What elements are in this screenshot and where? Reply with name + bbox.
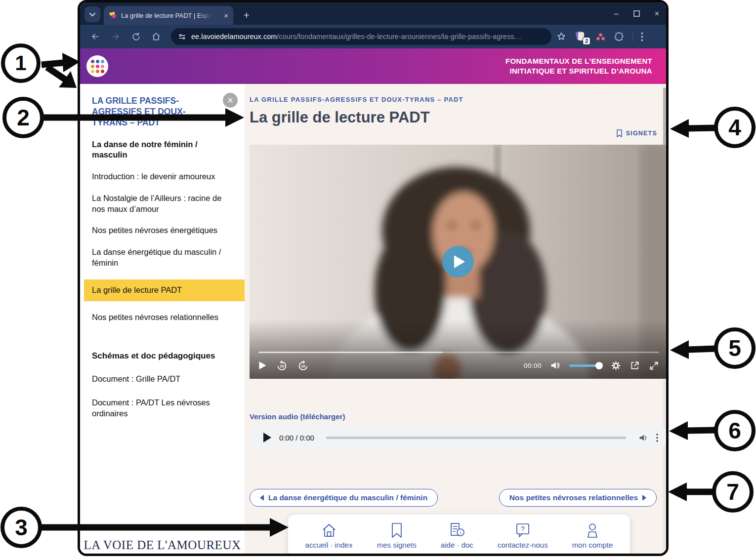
lesson-main: LA GRILLE PASSIFS-AGRESSIFS ET DOUX-TYRA… [245,84,666,556]
sidebar-item[interactable]: La Nostalgie de l’Ailleurs : racine de n… [92,193,233,215]
annotation-circle-6: 6 [714,410,756,451]
video-seek-bar[interactable] [258,352,659,353]
extension-badge: 2 [583,37,590,45]
site-footer-brand: LA VOIE DE L'AMOUREUX [83,534,242,556]
sidebar-close-button[interactable]: ✕ [223,93,238,108]
annotation-circle-2: 2 [2,97,44,138]
window-minimize-button[interactable]: – [614,9,619,18]
dock-item-contact[interactable]: ? contactez-nous [498,523,548,549]
url-domain: ee.lavoiedelamoureux.com [191,33,277,40]
url-bar[interactable]: ee.lavoiedelamoureux.com/cours/fondament… [171,28,551,45]
dock-item-compte[interactable]: mon compte [572,523,613,549]
sidebar-document-link[interactable]: Document : Grille PA/DT [92,374,233,385]
sidebar-item[interactable]: Nos petites névroses énergétiques [92,225,233,236]
course-header-title: FONDAMENTAUX DE L’ENSEIGNEMENT INITIATIQ… [505,56,652,77]
favicon-hearts-icon [109,11,117,19]
home-button[interactable] [148,28,165,45]
audio-player[interactable]: 0:00 / 0:00 [250,425,668,450]
fullscreen-icon[interactable] [649,360,659,371]
asana-extension-icon[interactable] [595,31,606,42]
svg-text:10: 10 [280,364,284,368]
volume-icon[interactable] [550,361,560,370]
audio-seek-bar[interactable] [326,437,626,439]
audio-time: 0:00 / 0:00 [279,434,314,442]
tab-search-chevron-icon[interactable] [84,6,100,22]
user-icon [586,523,599,538]
url-path: /cours/fondamentaux/grilles-de-lecture-a… [277,33,521,40]
sidebar-item[interactable]: La danse de notre féminin / masculin [92,139,233,161]
tab-close-icon[interactable]: × [224,11,228,20]
window-close-button[interactable]: × [655,9,659,18]
audio-download-link[interactable]: Version audio (télécharger) [250,412,345,421]
sidebar-item[interactable]: La danse énergétique du masculin / fémin… [92,247,233,269]
bottom-toolbar: accueil · index mes signets i aide · doc [288,515,630,556]
prev-lesson-button[interactable]: La danse énergétique du masculin / fémin… [250,489,438,507]
share-external-icon[interactable] [630,360,640,370]
back-button[interactable] [87,28,104,45]
new-tab-button[interactable]: + [239,8,254,23]
site-header: FONDAMENTAUX DE L’ENSEIGNEMENT INITIATIQ… [80,48,666,84]
bookmark-icon [391,523,403,538]
sidebar-document-link[interactable]: Document : PA/DT Les névroses ordinaires [92,398,233,419]
site-logo-dots-icon[interactable] [86,55,108,77]
dock-item-aide[interactable]: i aide · doc [441,523,473,549]
next-lesson-button[interactable]: Nos petites névroses relationnelles [499,489,657,507]
svg-text:i: i [460,530,461,535]
video-player[interactable]: 10 10 00:00 [250,145,668,379]
brand-hearts-icon [78,539,79,552]
bookmark-star-icon[interactable] [556,32,566,41]
wallet-extension-icon[interactable]: 2 [574,30,587,43]
signets-link[interactable]: SIGNETS [616,129,657,137]
sidebar-item-active[interactable]: La grille de lecture PADT [84,280,245,301]
reload-button[interactable] [127,28,144,45]
window-maximize-button[interactable] [633,10,640,17]
annotation-circle-3: 3 [0,507,42,548]
sidebar-item[interactable]: Introduction : le devenir amoureux [92,171,233,182]
audio-menu-kebab-icon[interactable] [656,434,658,442]
settings-gear-icon[interactable] [611,360,621,371]
audio-volume-icon[interactable] [639,434,648,442]
play-icon[interactable] [258,361,267,370]
svg-text:?: ? [521,525,525,533]
tab-title: La grille de lecture PADT | Espa [121,12,212,19]
annotation-circle-5: 5 [714,327,756,369]
svg-text:10: 10 [301,364,305,368]
browser-toolbar: ee.lavoiedelamoureux.com/cours/fondament… [80,25,666,48]
sidebar-item[interactable]: Nos petites névroses relationnelles [92,312,233,323]
video-play-button[interactable] [442,246,474,278]
brand-name: LA VOIE DE L'AMOUREUX [84,538,241,552]
annotation-circle-1: 1 [1,43,41,83]
sidebar-section-heading: Schémas et doc pédagogiques [92,351,233,361]
doc-info-icon: i [449,523,465,538]
audio-play-icon[interactable] [263,433,271,442]
chat-question-icon: ? [515,523,530,538]
sidebar-heading: LA GRILLE PASSIFS-AGRESSIFS ET DOUX-TYRA… [92,96,215,128]
course-sidebar: LA GRILLE PASSIFS-AGRESSIFS ET DOUX-TYRA… [80,84,245,556]
home-icon [321,523,337,538]
forward-button[interactable] [107,28,124,45]
page-title: La grille de lecture PADT [250,109,430,126]
browser-window: La grille de lecture PADT | Espa × + – × [78,0,669,556]
annotation-circle-7: 7 [712,471,754,513]
video-time: 00:00 [524,362,542,369]
browser-tab[interactable]: La grille de lecture PADT | Espa × [104,6,233,25]
video-controls: 10 10 00:00 [258,356,659,375]
prev-arrow-icon [260,495,264,501]
volume-slider[interactable] [569,364,602,367]
site-info-icon[interactable] [178,33,186,41]
bookmark-ribbon-icon [616,129,623,137]
dock-item-accueil[interactable]: accueil · index [305,523,353,549]
screenshot-stage: La grille de lecture PADT | Espa × + – × [0,0,756,559]
annotation-circle-4: 4 [714,107,756,148]
tab-strip: La grille de lecture PADT | Espa × + – × [80,2,666,25]
toolbar-divider [632,32,633,41]
rewind-10-icon[interactable]: 10 [276,359,288,372]
dock-item-signets[interactable]: mes signets [377,523,417,549]
extensions-puzzle-icon[interactable] [614,32,625,42]
forward-10-icon[interactable]: 10 [297,359,309,372]
next-arrow-icon [642,495,646,501]
breadcrumb[interactable]: LA GRILLE PASSIFS-AGRESSIFS ET DOUX-TYRA… [250,96,463,103]
browser-menu-kebab-icon[interactable] [641,32,643,41]
